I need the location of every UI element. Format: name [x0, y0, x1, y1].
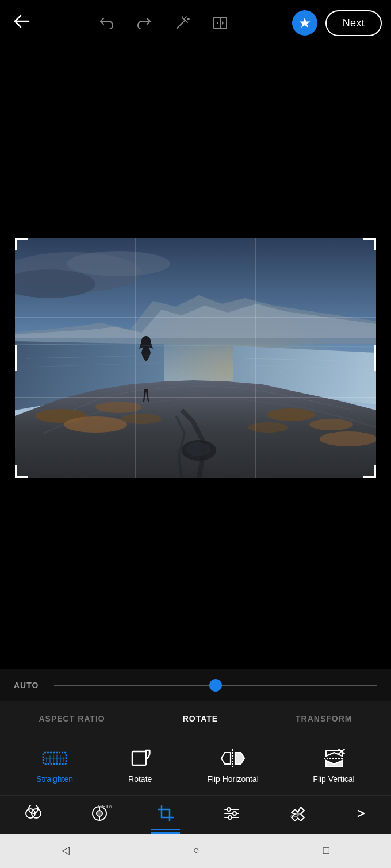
svg-point-60 [296, 812, 300, 816]
tool-straighten[interactable]: Straighten [36, 748, 73, 784]
flip-vertical-label: Flip Vertical [313, 774, 354, 784]
tool-flip-vertical[interactable]: Flip Vertical [313, 748, 354, 784]
next-button[interactable]: Next [325, 10, 382, 36]
tabs: ASPECT RATIO ROTATE TRANSFORM [0, 701, 391, 734]
tab-transform[interactable]: TRANSFORM [296, 712, 352, 726]
svg-point-58 [233, 812, 236, 815]
photo-display [15, 238, 376, 478]
crop-icon [157, 805, 174, 825]
undo-button[interactable] [95, 13, 117, 33]
svg-line-0 [177, 20, 185, 28]
redo-button[interactable] [133, 13, 155, 33]
rotate-icon [128, 748, 153, 769]
tab-aspect-ratio[interactable]: ASPECT RATIO [39, 712, 105, 726]
svg-point-14 [67, 251, 170, 276]
bottom-nav: BETA [0, 795, 391, 834]
android-recents[interactable]: □ [316, 842, 336, 859]
tool-flip-horizontal[interactable]: Flip Horizontal [207, 748, 258, 784]
android-home[interactable]: ○ [186, 842, 206, 859]
tab-rotate[interactable]: ROTATE [183, 712, 218, 726]
image-area [0, 46, 391, 669]
active-indicator [151, 829, 180, 830]
svg-line-5 [186, 21, 187, 22]
tools-row: Straighten Rotate Flip Horizontal [0, 734, 391, 795]
toolbar-right: Next [292, 10, 382, 36]
nav-crop[interactable] [151, 803, 180, 828]
flip-vertical-icon [321, 748, 347, 769]
android-nav: ◁ ○ □ [0, 834, 391, 868]
crop-container[interactable] [15, 238, 376, 478]
svg-point-21 [320, 431, 376, 446]
magic-wand-button[interactable] [171, 12, 193, 34]
looks-icon [25, 805, 42, 825]
slider-area: AUTO [0, 669, 391, 701]
flip-horizontal-label: Flip Horizontal [207, 774, 258, 784]
svg-point-16 [95, 402, 141, 413]
svg-marker-9 [222, 21, 224, 25]
android-back[interactable]: ◁ [55, 842, 76, 859]
nav-adjust[interactable] [217, 803, 246, 828]
toolbar-center [95, 12, 231, 34]
toolbar: Next [0, 0, 391, 46]
svg-point-22 [248, 422, 288, 433]
nav-looks[interactable] [19, 803, 48, 828]
rotate-label: Rotate [128, 774, 152, 784]
toolbar-left [9, 10, 34, 36]
tool-rotate[interactable]: Rotate [128, 748, 153, 784]
star-button[interactable] [292, 10, 317, 36]
svg-marker-40 [235, 753, 244, 764]
svg-point-18 [121, 414, 162, 424]
more-icon [355, 805, 367, 825]
svg-point-20 [309, 419, 353, 430]
svg-point-57 [227, 808, 231, 811]
nav-tune[interactable]: BETA [85, 803, 114, 828]
healing-icon [289, 805, 306, 825]
svg-point-17 [64, 416, 127, 433]
svg-point-59 [228, 816, 232, 819]
slider-track[interactable] [54, 685, 377, 686]
svg-marker-39 [221, 753, 231, 764]
slider-label: AUTO [14, 681, 43, 690]
nav-healing[interactable] [283, 803, 312, 828]
beta-badge: BETA [98, 804, 112, 809]
straighten-icon [42, 748, 67, 769]
flip-horizontal-icon [220, 748, 246, 769]
svg-point-19 [267, 408, 315, 421]
straighten-label: Straighten [36, 774, 73, 784]
compare-button[interactable] [209, 12, 231, 34]
slider-fill [54, 685, 216, 686]
adjust-icon [223, 805, 240, 825]
svg-line-3 [185, 17, 186, 18]
nav-more[interactable] [350, 803, 373, 828]
svg-point-24 [185, 442, 210, 456]
svg-rect-37 [132, 751, 146, 765]
svg-marker-8 [217, 21, 218, 25]
slider-thumb[interactable] [209, 679, 222, 692]
back-button[interactable] [9, 10, 34, 36]
